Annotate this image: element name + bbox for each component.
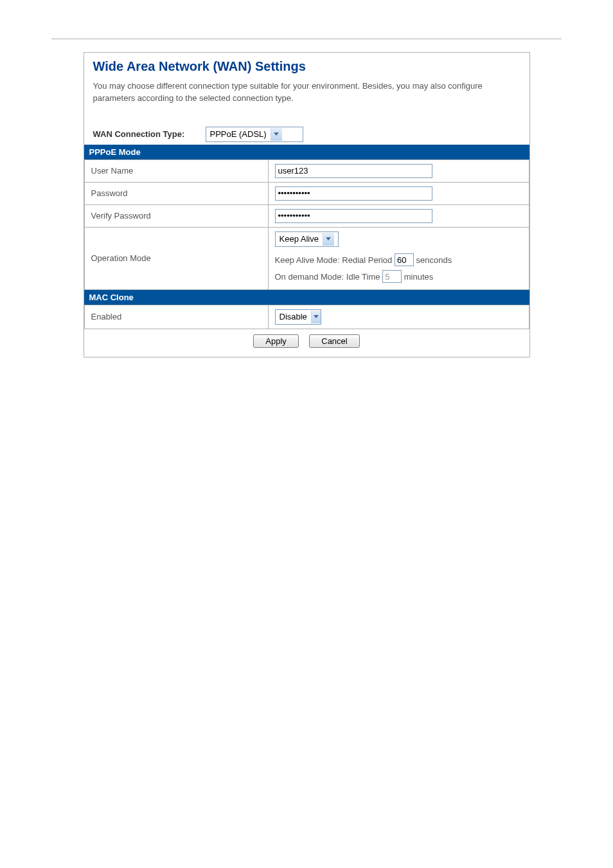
chevron-down-icon: [311, 311, 321, 323]
table-row: Verify Password: [84, 204, 529, 227]
apply-button[interactable]: Apply: [253, 334, 299, 348]
operation-mode-select[interactable]: Keep Alive: [275, 231, 339, 247]
mac-clone-enabled-value: Disable: [276, 312, 311, 321]
wan-connection-type-select[interactable]: PPPoE (ADSL): [206, 127, 303, 142]
cancel-button[interactable]: Cancel: [309, 334, 359, 348]
chevron-down-icon: [271, 128, 282, 141]
verify-password-input[interactable]: [275, 209, 432, 223]
mac-clone-header: MAC Clone: [84, 290, 529, 305]
pppoe-table: User Name Password Verify Password Opera…: [84, 159, 529, 290]
wan-connection-type-label: WAN Connection Type:: [93, 129, 206, 139]
svg-marker-0: [274, 132, 279, 136]
keepalive-prefix: Keep Alive Mode: Redial Period: [275, 255, 393, 265]
button-row: Apply Cancel: [93, 329, 520, 350]
table-row: Enabled Disable: [84, 305, 529, 329]
chevron-down-icon: [323, 233, 334, 246]
wan-settings-panel: Wide Area Network (WAN) Settings You may…: [84, 52, 530, 357]
table-row: Operation Mode Keep Alive Keep Alive Mod…: [84, 227, 529, 289]
mac-clone-enabled-select[interactable]: Disable: [275, 309, 321, 325]
top-divider: [51, 39, 562, 39]
ondemand-idle-input[interactable]: [382, 270, 402, 283]
svg-marker-2: [314, 315, 319, 318]
panel-title: Wide Area Network (WAN) Settings: [93, 59, 520, 74]
table-row: Password: [84, 182, 529, 204]
ondemand-suffix: minutes: [404, 272, 434, 282]
password-input[interactable]: [275, 186, 432, 201]
svg-marker-1: [326, 237, 331, 240]
table-row: User Name: [84, 159, 529, 182]
verify-password-label: Verify Password: [84, 204, 268, 227]
keepalive-redial-input[interactable]: [395, 253, 414, 266]
operation-mode-value: Keep Alive: [276, 234, 323, 244]
password-label: Password: [84, 182, 268, 204]
mac-clone-table: Enabled Disable: [84, 305, 529, 329]
username-input[interactable]: [275, 164, 432, 178]
operation-mode-label: Operation Mode: [84, 227, 268, 289]
panel-description: You may choose different connection type…: [93, 80, 520, 105]
keepalive-suffix: senconds: [416, 255, 452, 265]
mac-clone-enabled-label: Enabled: [84, 305, 268, 329]
wan-connection-type-value: PPPoE (ADSL): [206, 129, 271, 139]
ondemand-prefix: On demand Mode: Idle Time: [275, 272, 380, 282]
username-label: User Name: [84, 159, 268, 182]
pppoe-mode-header: PPPoE Mode: [84, 145, 529, 159]
